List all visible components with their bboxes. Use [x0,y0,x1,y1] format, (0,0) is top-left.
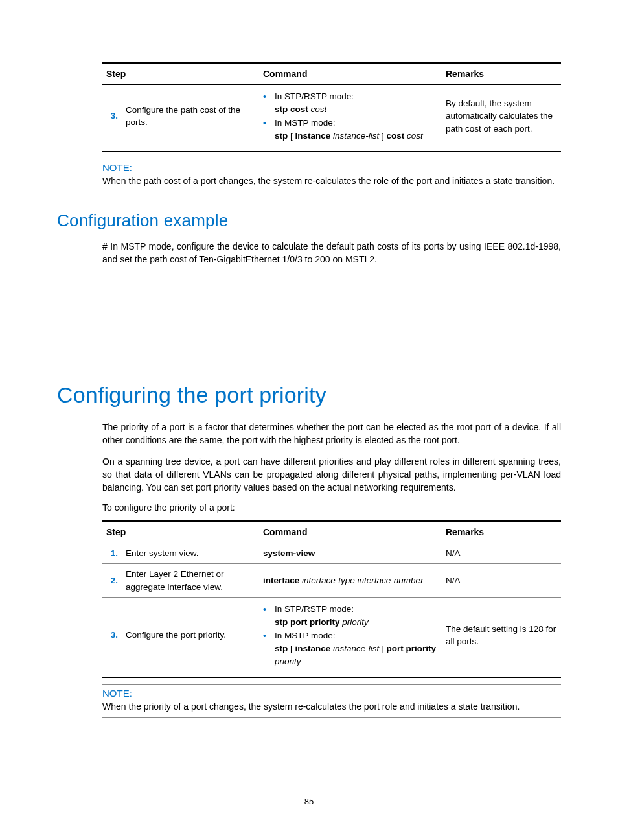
cmd-label: In STP/RSTP mode: [275,91,354,101]
port-priority-lead: To configure the priority of a port: [102,502,561,513]
cmd-ital: cost [308,104,327,114]
path-cost-table: Step Command Remarks 3. Configure the pa… [102,62,561,152]
remarks-cell: By default, the system automatically cal… [442,85,561,152]
content-area: Step Command Remarks 3. Configure the pa… [102,62,561,718]
step-text: Configure the path cost of the ports. [122,85,259,152]
col-remarks-header: Remarks [442,63,561,85]
cmd-ital: cost [404,131,423,141]
cmd-bold: instance [295,131,331,141]
cmd-bold: port priority [387,644,437,653]
cmd-label: In MSTP mode: [275,118,336,128]
cmd-bold: stp [275,644,288,653]
table-header-row: Step Command Remarks [102,521,561,543]
step-number: 3. [102,598,122,677]
cmd-plain: [ [288,131,295,141]
port-priority-p1: The priority of a port is a factor that … [102,421,561,447]
cmd-bold: stp cost [275,104,308,114]
port-priority-p2: On a spanning tree device, a port can ha… [102,455,561,495]
remarks-cell: N/A [442,564,561,598]
col-step-header: Step [102,63,259,85]
table-row: 3. Configure the path cost of the ports.… [102,85,561,152]
page-number: 85 [0,797,618,806]
table-header-row: Step Command Remarks [102,63,561,85]
remarks-cell: N/A [442,542,561,564]
cmd-bold: cost [387,131,405,141]
note-block: NOTE: When the priority of a port change… [102,684,561,718]
cmd-ital: instance-list [330,131,379,141]
cmd-plain: ] [379,644,386,653]
step-number: 1. [102,542,122,564]
page-container: Step Command Remarks 3. Configure the pa… [0,0,618,840]
cmd-plain: ] [379,131,386,141]
cmd-ital: instance-list [330,644,379,653]
command-cell: In STP/RSTP mode: stp port priority prio… [259,598,442,677]
cmd-mode2: In MSTP mode: stp [ instance instance-li… [263,117,438,142]
note-text: When the path cost of a port changes, th… [102,174,561,191]
step-text: Enter Layer 2 Ethernet or aggregate inte… [122,564,259,598]
table-row: 1. Enter system view. system-view N/A [102,542,561,564]
note-text: When the priority of a port changes, the… [102,700,561,717]
note-label: NOTE: [102,685,561,700]
port-priority-table: Step Command Remarks 1. Enter system vie… [102,520,561,679]
cmd-mode2: In MSTP mode: stp [ instance instance-li… [263,629,438,668]
cmd-ital: interface-type interface-number [299,576,423,585]
cmd-mode1: In STP/RSTP mode: stp port priority prio… [263,603,438,628]
cmd-bold: interface [263,576,299,585]
step-number: 3. [102,85,122,152]
command-cell: interface interface-type interface-numbe… [259,564,442,598]
col-command-header: Command [259,63,442,85]
cmd-label: In STP/RSTP mode: [275,604,354,614]
col-remarks-header: Remarks [442,521,561,543]
note-block: NOTE: When the path cost of a port chang… [102,159,561,192]
step-text: Enter system view. [122,542,259,564]
cmd-plain: [ [288,644,295,653]
note-label: NOTE: [102,159,561,174]
col-step-header: Step [102,521,259,543]
step-number: 2. [102,564,122,598]
cmd-bold: system-view [263,548,315,558]
cmd-bold: stp [275,131,288,141]
cmd-ital: priority [340,617,369,627]
chapter-title-port-priority: Configuring the port priority [57,382,561,408]
section-title-config-example: Configuration example [57,211,561,231]
config-example-text: # In MSTP mode, configure the device to … [102,240,561,266]
cmd-mode1: In STP/RSTP mode: stp cost cost [263,90,438,115]
table-row: 3. Configure the port priority. In STP/R… [102,598,561,677]
table-row: 2. Enter Layer 2 Ethernet or aggregate i… [102,564,561,598]
cmd-bold: stp port priority [275,617,340,627]
cmd-bold: instance [295,644,331,653]
command-cell: system-view [259,542,442,564]
col-command-header: Command [259,521,442,543]
cmd-ital: priority [275,657,301,666]
command-cell: In STP/RSTP mode: stp cost cost In MSTP … [259,85,442,152]
step-text: Configure the port priority. [122,598,259,677]
remarks-cell: The default setting is 128 for all ports… [442,598,561,677]
cmd-label: In MSTP mode: [275,631,336,640]
